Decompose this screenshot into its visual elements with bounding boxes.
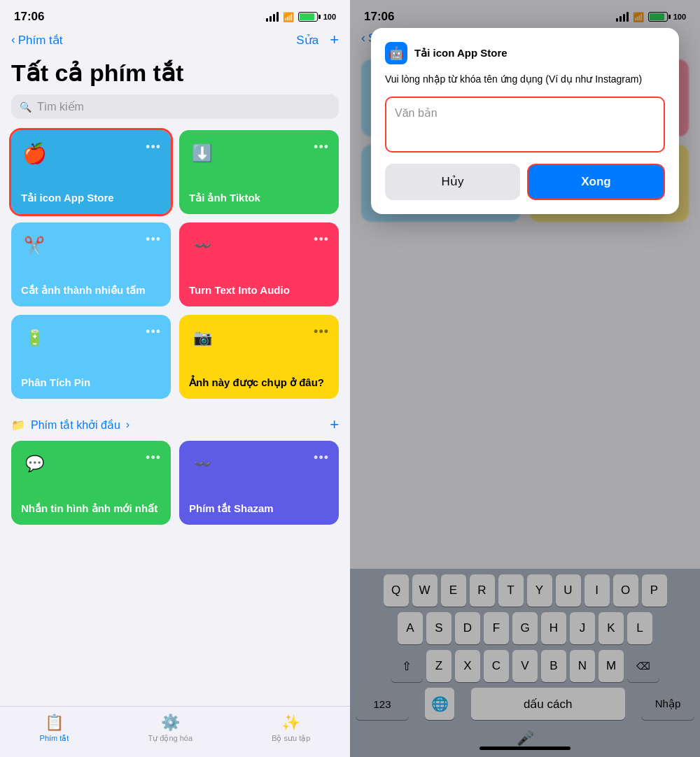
- chevron-right-icon: ›: [126, 418, 130, 431]
- dialog-input-placeholder: Văn bản: [395, 107, 438, 119]
- dialog-input[interactable]: Văn bản: [385, 97, 665, 153]
- search-placeholder: Tìm kiếm: [37, 100, 84, 113]
- tab-label-phim-tat: Phím tắt: [40, 734, 69, 743]
- more-icon-nhan-tin[interactable]: •••: [146, 451, 161, 465]
- section-title-label: Phím tắt khởi đầu: [31, 418, 120, 432]
- more-icon-pin[interactable]: •••: [146, 325, 161, 339]
- tab-icon-tu-dong-hoa: ⚙️: [161, 714, 180, 732]
- shortcut-icon-nhan-tin: 💬: [21, 451, 48, 477]
- back-label[interactable]: Phím tắt: [18, 33, 63, 48]
- shortcut-label-shazam: Phím tắt Shazam: [189, 502, 329, 515]
- shortcut-card-pin[interactable]: 🔋 ••• Phân Tích Pin: [11, 315, 171, 399]
- search-container: 🔍 Tìm kiếm: [0, 94, 350, 130]
- more-icon-anh-nay[interactable]: •••: [314, 325, 329, 339]
- shortcuts-grid: 🍎 ••• Tải icon App Store ⬇️ ••• Tải ảnh …: [0, 130, 350, 410]
- back-button[interactable]: ‹ Phím tắt: [11, 33, 63, 48]
- tab-icon-bo-suu-tap: ✨: [281, 714, 300, 732]
- shortcut-card-tai-icon[interactable]: 🍎 ••• Tải icon App Store: [11, 130, 171, 214]
- search-icon: 🔍: [20, 101, 31, 113]
- shortcut-label-anh-nay: Ảnh này được chụp ở đâu?: [189, 376, 329, 389]
- left-nav-bar: ‹ Phím tắt Sửa +: [0, 28, 350, 55]
- shortcut-label-pin: Phân Tích Pin: [21, 376, 161, 389]
- battery-icon: [298, 12, 318, 22]
- more-icon-tiktok[interactable]: •••: [314, 140, 329, 155]
- shortcut-card-tiktok[interactable]: ⬇️ ••• Tải ảnh Tiktok: [179, 130, 339, 214]
- cancel-button[interactable]: Hủy: [385, 164, 520, 200]
- section-add-button[interactable]: +: [330, 416, 339, 434]
- shortcut-icon-tiktok: ⬇️: [189, 140, 216, 167]
- tab-label-tu-dong-hoa: Tự động hóa: [148, 734, 193, 743]
- shortcut-icon-cat-anh: ✂️: [21, 232, 48, 259]
- nav-actions: Sửa +: [296, 31, 339, 49]
- shortcut-icon-turn-text: 〰️: [189, 232, 216, 259]
- left-status-icons: 📶 100: [266, 12, 336, 22]
- section-header: 📁 Phím tắt khởi đầu › +: [0, 410, 350, 441]
- shortcut-label-turn-text: Turn Text Into Audio: [189, 284, 329, 297]
- section-title[interactable]: 📁 Phím tắt khởi đầu ›: [11, 418, 130, 432]
- bottom-shortcuts-grid: 💬 ••• Nhắn tin hình ảnh mới nhất 〰️ ••• …: [0, 441, 350, 525]
- tab-phim-tat[interactable]: 📋 Phím tắt: [40, 714, 69, 743]
- signal-icon: [266, 12, 279, 22]
- tab-icon-phim-tat: 📋: [45, 714, 64, 732]
- tab-tu-dong-hoa[interactable]: ⚙️ Tự động hóa: [148, 714, 193, 743]
- left-status-time: 17:06: [14, 10, 44, 24]
- left-status-bar: 17:06 📶 100: [0, 0, 350, 28]
- shortcut-card-cat-anh[interactable]: ✂️ ••• Cắt ảnh thành nhiều tấm: [11, 222, 171, 306]
- shortcut-label-tai-icon: Tải icon App Store: [21, 192, 161, 204]
- edit-button[interactable]: Sửa: [296, 33, 318, 48]
- shortcut-card-shazam[interactable]: 〰️ ••• Phím tắt Shazam: [179, 441, 339, 525]
- done-button[interactable]: Xong: [527, 164, 665, 200]
- chevron-left-icon: ‹: [11, 33, 15, 47]
- shortcut-label-tiktok: Tải ảnh Tiktok: [189, 192, 329, 204]
- dialog-app-name: Tải icon App Store: [414, 47, 507, 59]
- dialog-app-icon: 🤖: [385, 42, 407, 64]
- tab-bar: 📋 Phím tắt ⚙️ Tự động hóa ✨ Bộ sưu tập: [0, 706, 350, 757]
- shortcut-label-cat-anh: Cắt ảnh thành nhiều tấm: [21, 284, 161, 297]
- search-bar[interactable]: 🔍 Tìm kiếm: [11, 94, 339, 119]
- page-title: Tất cả phím tắt: [11, 60, 339, 86]
- shortcut-icon-tai-icon: 🍎: [21, 140, 48, 167]
- tab-bo-suu-tap[interactable]: ✨ Bộ sưu tập: [272, 714, 310, 743]
- dialog-message: Vui lòng nhập từ khóa tên ứng dụng (Ví d…: [385, 73, 665, 87]
- dialog-app-header: 🤖 Tải icon App Store: [385, 42, 665, 64]
- more-icon-tai-icon[interactable]: •••: [146, 140, 161, 155]
- dialog-buttons: Hủy Xong: [385, 164, 665, 200]
- folder-icon: 📁: [11, 418, 25, 432]
- dialog-box: 🤖 Tải icon App Store Vui lòng nhập từ kh…: [371, 28, 679, 214]
- add-button[interactable]: +: [330, 31, 339, 49]
- shortcut-card-turn-text[interactable]: 〰️ ••• Turn Text Into Audio: [179, 222, 339, 306]
- tab-label-bo-suu-tap: Bộ sưu tập: [272, 734, 310, 743]
- more-icon-cat-anh[interactable]: •••: [146, 232, 161, 247]
- right-panel: 17:06 📶 100 ‹ Safari ✂️ ••• Cắt ảnh: [350, 0, 700, 757]
- shortcut-icon-anh-nay: 📷: [189, 325, 216, 351]
- shortcut-card-nhan-tin[interactable]: 💬 ••• Nhắn tin hình ảnh mới nhất: [11, 441, 171, 525]
- page-title-container: Tất cả phím tắt: [0, 55, 350, 94]
- wifi-icon: 📶: [283, 12, 294, 22]
- battery-text: 100: [323, 13, 336, 21]
- shortcut-card-anh-nay[interactable]: 📷 ••• Ảnh này được chụp ở đâu?: [179, 315, 339, 399]
- shortcut-label-nhan-tin: Nhắn tin hình ảnh mới nhất: [21, 502, 161, 515]
- shortcut-icon-shazam: 〰️: [189, 451, 216, 477]
- more-icon-shazam[interactable]: •••: [314, 451, 329, 465]
- shortcut-icon-pin: 🔋: [21, 325, 48, 351]
- left-panel: 17:06 📶 100 ‹ Phím tắt Sửa + Tất cả: [0, 0, 350, 757]
- dialog-overlay: 🤖 Tải icon App Store Vui lòng nhập từ kh…: [350, 0, 700, 757]
- more-icon-turn-text[interactable]: •••: [314, 232, 329, 247]
